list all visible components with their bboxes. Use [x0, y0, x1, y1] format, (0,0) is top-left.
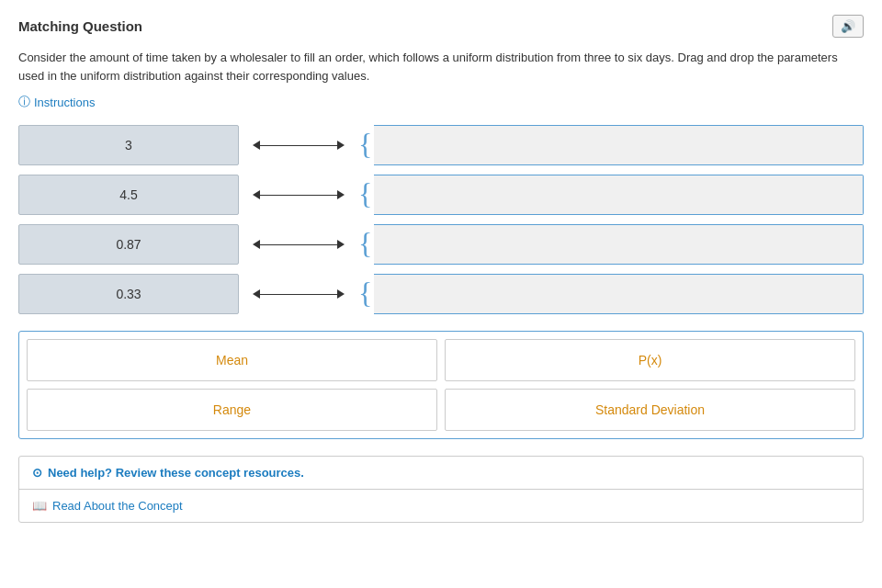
chevron-down-icon: ⊙: [32, 466, 42, 480]
left-value-1: 3: [18, 125, 239, 165]
arrow-4: [239, 289, 358, 299]
matching-area: 3 { 4.5 { 0.87: [18, 125, 864, 314]
brace-1: {: [358, 133, 372, 157]
left-value-4: 0.33: [18, 274, 239, 314]
match-row-4: 0.33 {: [18, 274, 864, 314]
drag-item-px[interactable]: P(x): [445, 339, 855, 381]
right-drop-1[interactable]: [374, 125, 864, 165]
arrow-head-right-4: [337, 289, 345, 299]
drag-item-range[interactable]: Range: [27, 389, 437, 431]
brace-2: {: [358, 183, 372, 207]
question-description: Consider the amount of time taken by a w…: [18, 49, 864, 85]
arrow-line-1: [260, 145, 337, 146]
right-drop-2[interactable]: [374, 175, 864, 215]
match-row-2: 4.5 {: [18, 175, 864, 215]
help-label: Need help? Review these concept resource…: [48, 466, 304, 480]
audio-button[interactable]: 🔊: [832, 15, 864, 38]
arrow-1: [239, 141, 358, 150]
arrow-head-left-3: [253, 240, 260, 249]
page-title: Matching Question: [18, 18, 142, 34]
right-drop-3[interactable]: [374, 224, 864, 265]
help-toggle[interactable]: ⊙ Need help? Review these concept resour…: [19, 457, 863, 490]
left-value-2: 4.5: [18, 175, 239, 215]
arrow-line-2: [260, 195, 337, 196]
arrow-head-right-1: [337, 141, 345, 150]
match-row-1: 3 {: [18, 125, 864, 165]
help-section: ⊙ Need help? Review these concept resour…: [18, 456, 864, 523]
arrow-line-3: [260, 244, 337, 245]
match-row-3: 0.87 {: [18, 224, 864, 265]
arrow-head-left-2: [253, 190, 260, 199]
drag-item-mean[interactable]: Mean: [27, 339, 437, 381]
brace-4: {: [358, 282, 372, 306]
arrow-line-4: [260, 294, 337, 295]
arrow-3: [239, 240, 358, 249]
right-drop-4[interactable]: [374, 274, 864, 314]
arrow-head-right-2: [337, 190, 345, 199]
read-concept-link[interactable]: 📖 Read About the Concept: [19, 490, 863, 522]
brace-3: {: [358, 232, 372, 256]
left-value-3: 0.87: [18, 224, 239, 265]
drag-item-sd[interactable]: Standard Deviation: [445, 389, 855, 431]
arrow-head-left-4: [253, 289, 260, 299]
book-icon: 📖: [32, 499, 47, 513]
arrow-2: [239, 190, 358, 199]
instructions-label: Instructions: [34, 96, 95, 109]
read-concept-label: Read About the Concept: [52, 499, 183, 513]
arrow-head-left-1: [253, 141, 260, 150]
instructions-toggle[interactable]: ⓘ Instructions: [18, 94, 864, 110]
arrow-head-right-3: [337, 240, 345, 249]
info-icon: ⓘ: [18, 94, 30, 110]
drag-items-area: Mean P(x) Range Standard Deviation: [18, 331, 864, 439]
